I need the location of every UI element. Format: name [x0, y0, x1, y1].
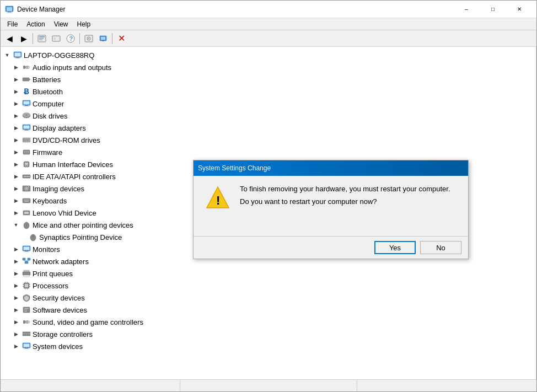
dialog-no-button[interactable]: No	[420, 241, 461, 254]
firmware-expand-icon: ▶	[12, 148, 20, 157]
security-expand-icon: ▶	[12, 293, 20, 302]
computer-icon	[22, 99, 31, 108]
svg-rect-59	[29, 176, 30, 177]
window-title: Device Manager	[17, 6, 454, 13]
tree-root[interactable]: ▼ LAPTOP-OGGE88RQ	[1, 49, 536, 61]
tree-item-security[interactable]: ▶ Security devices	[1, 292, 536, 304]
keyboards-icon	[22, 196, 31, 205]
tree-item-audio[interactable]: ▶ Audio inputs and outputs	[1, 61, 536, 73]
svg-rect-5	[39, 36, 45, 37]
svg-point-109	[28, 332, 29, 334]
network-label: Network adapters	[33, 257, 89, 266]
svg-text:?: ?	[69, 35, 73, 42]
svg-rect-26	[26, 79, 28, 80]
svg-rect-101	[27, 288, 28, 289]
remove-device-button[interactable]: ✕	[115, 32, 128, 45]
properties-button[interactable]	[35, 32, 49, 45]
forward-button[interactable]: ▶	[17, 32, 30, 45]
disk-icon	[22, 111, 31, 120]
tree-item-system[interactable]: ▶ System devices	[1, 340, 536, 352]
audio-label: Audio inputs and outputs	[33, 63, 111, 72]
hid-icon	[22, 160, 31, 169]
toolbar-separator-3	[112, 33, 112, 44]
svg-text:!: !	[216, 194, 220, 207]
dialog-yes-button[interactable]: Yes	[374, 241, 416, 254]
svg-rect-53	[25, 165, 26, 167]
tree-item-software[interactable]: ▶ Software devices	[1, 304, 536, 316]
warning-icon: !	[205, 185, 231, 211]
close-button[interactable]: ✕	[507, 3, 532, 16]
mice-label: Mice and other pointing devices	[33, 221, 133, 229]
dialog-sub-text: Do you want to restart your computer now…	[240, 197, 457, 206]
svg-rect-98	[25, 282, 26, 283]
svg-rect-45	[24, 151, 25, 152]
svg-rect-103	[24, 308, 29, 309]
svg-rect-82	[25, 261, 28, 264]
back-button[interactable]: ◀	[3, 32, 16, 45]
svg-rect-48	[24, 153, 25, 153]
tree-item-storage[interactable]: ▶ Storage controllers	[1, 328, 536, 340]
update-driver-button[interactable]: ↑	[50, 32, 63, 45]
storage-expand-icon: ▶	[12, 330, 20, 339]
tree-item-processors[interactable]: ▶ Processors	[1, 280, 536, 292]
svg-rect-79	[24, 247, 30, 250]
status-bar	[1, 379, 536, 391]
menu-help[interactable]: Help	[73, 19, 95, 29]
help-button[interactable]: ?	[64, 32, 77, 45]
menu-view[interactable]: View	[50, 19, 73, 29]
svg-rect-38	[24, 130, 29, 131]
window-controls: – □ ✕	[454, 3, 532, 16]
tree-item-bluetooth[interactable]: ▶ Ƀ Bluetooth	[1, 85, 536, 98]
tree-item-batteries[interactable]: ▶ Batteries	[1, 73, 536, 85]
svg-rect-66	[25, 200, 26, 200]
display-label: Display adapters	[33, 124, 86, 132]
svg-rect-22	[23, 66, 25, 69]
svg-rect-106	[23, 320, 25, 324]
svg-rect-64	[23, 198, 30, 203]
dvd-label: DVD/CD-ROM drives	[33, 136, 100, 144]
batteries-expand-icon: ▶	[12, 75, 20, 84]
imaging-label: Imaging devices	[33, 185, 84, 193]
print-expand-icon: ▶	[12, 269, 20, 278]
svg-rect-67	[26, 200, 27, 200]
sound-expand-icon: ▶	[12, 318, 20, 326]
imaging-expand-icon: ▶	[12, 184, 20, 193]
menu-action[interactable]: Action	[22, 19, 49, 29]
svg-point-62	[26, 188, 28, 190]
tree-item-firmware[interactable]: ▶ Firmware	[1, 146, 536, 158]
batteries-icon	[22, 75, 31, 84]
software-label: Software devices	[33, 306, 87, 314]
root-expand-icon: ▼	[3, 51, 12, 60]
svg-rect-6	[39, 38, 44, 39]
batteries-label: Batteries	[33, 76, 61, 84]
firmware-label: Firmware	[33, 148, 62, 157]
tree-item-print[interactable]: ▶ Print queues	[1, 267, 536, 280]
mice-icon	[22, 221, 31, 229]
svg-rect-31	[24, 106, 29, 106]
show-hidden-button[interactable]	[82, 32, 95, 45]
tree-item-sound[interactable]: ▶ Sound, video and game controllers	[1, 316, 536, 328]
tree-item-dvd[interactable]: ▶ DVD/CD-ROM drives	[1, 134, 536, 146]
svg-rect-49	[26, 153, 27, 153]
svg-rect-47	[28, 151, 29, 152]
security-icon	[22, 293, 31, 302]
tree-item-display[interactable]: ▶ Display adapters	[1, 122, 536, 134]
maximize-button[interactable]: □	[480, 3, 506, 16]
minimize-button[interactable]: –	[454, 3, 479, 16]
svg-point-41	[24, 139, 25, 141]
ide-icon	[22, 172, 31, 181]
svg-rect-43	[26, 141, 29, 141]
svg-rect-114	[24, 348, 29, 349]
svg-rect-16	[101, 37, 105, 40]
monitors-label: Monitors	[33, 245, 60, 254]
dialog-footer: Yes No	[194, 236, 468, 259]
svg-rect-68	[28, 200, 29, 200]
svg-rect-84	[28, 258, 30, 260]
svg-rect-17	[102, 41, 104, 41]
tree-item-disk[interactable]: ▶ Disk drives	[1, 110, 536, 122]
scan-changes-button[interactable]	[96, 32, 110, 45]
tree-item-computer[interactable]: ▶ Computer	[1, 98, 536, 110]
svg-rect-81	[24, 251, 29, 252]
ide-expand-icon: ▶	[12, 172, 20, 181]
menu-file[interactable]: File	[3, 19, 22, 29]
